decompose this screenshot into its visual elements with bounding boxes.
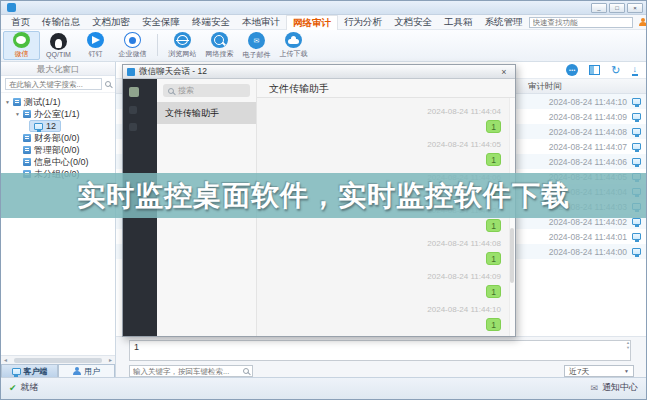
menu-item[interactable]: 安全保障 <box>136 15 186 29</box>
toolbar-item-label: 网络搜索 <box>206 49 234 59</box>
title-bar: _ □ × <box>1 1 646 15</box>
message-timestamp: 2024-08-24 11:44:09 <box>257 272 501 281</box>
contact-item-file-transfer[interactable]: 文件传输助手 <box>157 102 256 124</box>
status-ready-label: 就绪 <box>21 381 39 394</box>
message-timestamp: 2024-08-24 11:44:05 <box>257 140 501 149</box>
menu-item[interactable]: 本地审计 <box>236 15 286 29</box>
toolbar-item[interactable]: 上传下载 <box>275 31 312 60</box>
chat-message: 2024-08-24 11:44:05 1 <box>257 140 501 173</box>
search-icon[interactable] <box>243 368 249 374</box>
notification-center[interactable]: ✉ 通知中心 <box>590 381 638 394</box>
tree-node-infocenter[interactable]: 信息中心(0/0) <box>1 156 115 168</box>
keyword-search-input[interactable] <box>133 367 243 376</box>
tab-clients[interactable]: 客户端 <box>1 364 58 377</box>
search-icon[interactable] <box>105 81 111 87</box>
tree-node-client-12[interactable]: 12 <box>1 120 115 132</box>
message-bubble[interactable]: 1 <box>486 252 501 265</box>
chat-message: 2024-08-24 11:44:08 1 <box>257 239 501 272</box>
message-bubble[interactable]: 1 <box>486 285 501 298</box>
quick-search-input[interactable] <box>529 17 633 28</box>
computer-icon <box>632 143 641 150</box>
popup-close-icon[interactable]: × <box>497 67 511 77</box>
menu-item[interactable]: 工具箱 <box>438 15 479 29</box>
tree-search-input[interactable] <box>5 78 102 90</box>
minimize-button[interactable]: _ <box>591 3 607 13</box>
toolbar-item-label: 电子邮件 <box>243 50 271 60</box>
message-bubble[interactable]: 1 <box>486 219 501 232</box>
tree-node-finance[interactable]: 财务部(0/0) <box>1 132 115 144</box>
spin-down-icon[interactable]: ▼ <box>626 346 630 350</box>
menu-item[interactable]: 首页 <box>5 15 36 29</box>
toolbar-icon <box>50 33 67 50</box>
contact-name: 文件传输助手 <box>165 107 219 120</box>
banner-overlay: 实时监控桌面软件，实时监控软件下载 <box>1 173 646 218</box>
toolbar-item[interactable]: ✉ 电子邮件 <box>238 31 275 60</box>
more-options-icon[interactable]: ••• <box>566 64 578 76</box>
close-button[interactable]: × <box>627 3 643 13</box>
toolbar-item[interactable]: 浏览网站 <box>164 31 201 60</box>
chat-message: 2024-08-24 11:44:09 1 <box>257 272 501 305</box>
notification-center-label: 通知中心 <box>602 381 638 394</box>
menu-item[interactable]: 系统管理 <box>479 15 529 29</box>
toolbar-item[interactable]: 网络搜索 <box>201 31 238 60</box>
computer-icon <box>632 98 641 105</box>
toolbar-item-label: 企业微信 <box>119 49 147 59</box>
download-icon[interactable]: ↓ <box>632 64 639 76</box>
refresh-icon[interactable]: ↻ <box>611 64 620 76</box>
horizontal-scrollbar[interactable]: ◄ ► <box>1 355 115 364</box>
tree-node-selected[interactable]: 12 <box>29 120 61 132</box>
message-bubble[interactable]: 1 <box>486 153 501 166</box>
user-menu[interactable]: admin ▼ <box>633 17 647 27</box>
app-logo-icon <box>7 3 16 12</box>
tree-node-root[interactable]: ▼ 测试(1/1) <box>1 96 115 108</box>
chat-search-box[interactable]: 搜索 <box>163 84 250 97</box>
chevron-down-icon[interactable]: ▼ <box>15 111 23 117</box>
toolbar-item[interactable]: 企业微信 <box>114 31 151 60</box>
tab-label: 客户端 <box>24 366 48 377</box>
nav-chat-icon[interactable] <box>129 106 137 114</box>
tab-users[interactable]: 用户 <box>58 364 115 377</box>
sidebar: 最大化窗口 ▼ 测试(1/1) ▼ 办公室(1/1) <box>1 62 116 377</box>
toolbar-icon <box>124 32 141 48</box>
tree-node-management[interactable]: 管理部(0/0) <box>1 144 115 156</box>
group-icon <box>13 98 21 106</box>
toolbar-item[interactable] <box>157 34 158 56</box>
menu-item[interactable]: 传输信息 <box>36 15 86 29</box>
popup-title-bar[interactable]: 微信聊天会话 - 12 × <box>123 65 515 79</box>
tree-node-office[interactable]: ▼ 办公室(1/1) <box>1 108 115 120</box>
sidebar-tabs: 客户端 用户 <box>1 364 115 377</box>
spinner-arrows[interactable]: ▲ ▼ <box>626 341 630 350</box>
chat-search-placeholder: 搜索 <box>178 85 194 96</box>
computer-icon <box>632 233 641 240</box>
sidebar-header[interactable]: 最大化窗口 <box>1 62 115 76</box>
toolbar-item[interactable]: 微信 <box>3 31 40 60</box>
chevron-down-icon[interactable]: ▼ <box>5 99 13 105</box>
chevron-down-icon: ▼ <box>624 368 629 374</box>
group-icon <box>23 134 31 142</box>
message-preview-box[interactable]: 1 <box>129 340 631 361</box>
computer-icon <box>632 248 641 255</box>
menu-item[interactable]: 行为分析 <box>338 15 388 29</box>
toolbar: 微信 QQ/TIM 钉钉 企业微信 浏 <box>1 30 646 62</box>
scroll-right-icon[interactable]: ► <box>108 356 113 365</box>
audit-time: 2024-08-24 11:44:02 <box>549 217 627 227</box>
scrollbar-thumb[interactable] <box>510 228 514 283</box>
toolbar-item[interactable]: QQ/TIM <box>40 31 77 60</box>
scrollbar-thumb[interactable] <box>14 358 102 363</box>
sidebar-search <box>1 76 115 93</box>
group-icon <box>23 146 31 154</box>
scroll-left-icon[interactable]: ◄ <box>3 356 8 365</box>
message-bubble[interactable]: 1 <box>486 120 501 133</box>
toolbar-item[interactable]: 钉钉 <box>77 31 114 60</box>
nav-contacts-icon[interactable] <box>129 123 137 131</box>
date-range-dropdown[interactable]: 近7天 ▼ <box>564 365 634 377</box>
menu-item[interactable]: 文档安全 <box>388 15 438 29</box>
columns-icon[interactable] <box>589 65 600 75</box>
date-range-value: 近7天 <box>569 366 589 377</box>
menu-item[interactable]: 文档加密 <box>86 15 136 29</box>
menu-item[interactable]: 终端安全 <box>186 15 236 29</box>
message-bubble[interactable]: 1 <box>486 318 501 331</box>
maximize-button[interactable]: □ <box>609 3 625 13</box>
menu-item[interactable]: 网络审计 <box>286 15 338 30</box>
avatar[interactable] <box>129 87 139 97</box>
